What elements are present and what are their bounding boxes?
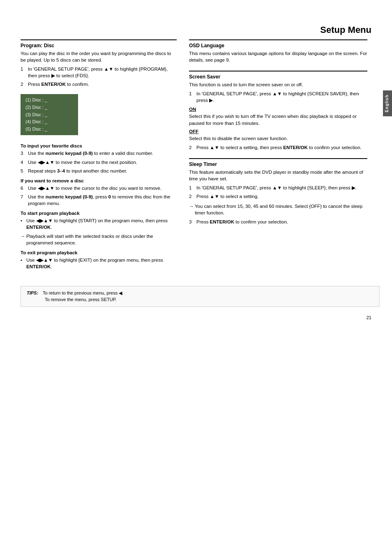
remove-steps: 6 Use ◀▶▲▼ to move the cursor to the dis… — [21, 185, 177, 207]
start-playback-arrow: Playback will start with the selected tr… — [21, 233, 177, 246]
sleep-timer-divider — [189, 158, 367, 159]
sleep-timer-steps: 1 In 'GENERAL SETUP PAGE', press ▲▼ to h… — [189, 184, 367, 200]
right-column: OSD Language This menu contains various … — [189, 39, 380, 278]
english-tab: English — [383, 90, 392, 116]
program-disc-section: Program: Disc You can play the disc in t… — [21, 39, 177, 270]
disc-list-item-1: (1) Disc : _ — [25, 97, 73, 104]
left-column: Program: Disc You can play the disc in t… — [21, 39, 177, 278]
exit-playback-bullet-1: Use ◀▶▲▼ to highlight {EXIT} on the prog… — [21, 257, 177, 270]
exit-playback-bullets: Use ◀▶▲▼ to highlight {EXIT} on the prog… — [21, 257, 177, 270]
page-header: Setup Menu — [0, 25, 392, 35]
step-7: 7 Use the numeric keypad (0-9), press 0 … — [21, 193, 177, 207]
osd-divider — [189, 39, 367, 40]
remove-section-heading: If you want to remove a disc — [21, 178, 177, 183]
screen-saver-title: Screen Saver — [189, 74, 367, 80]
off-text: Select this to disable the screen saver … — [189, 135, 367, 142]
screen-saver-step-2: 2 Press ▲▼ to select a setting, then pre… — [189, 144, 367, 151]
sleep-timer-arrow: You can select from 15, 30, 45 and 60 mi… — [189, 203, 367, 216]
step-4: 4 Use ◀▶▲▼ to move the cursor to the nex… — [21, 159, 177, 166]
step-1: 1 In 'GENERAL SETUP PAGE', press ▲▼ to h… — [21, 66, 177, 79]
sleep-timer-intro: This feature automatically sets the DVD … — [189, 169, 367, 182]
tips-line1: To return to the previous menu, press ◀. — [43, 290, 123, 295]
osd-language-section: OSD Language This menu contains various … — [189, 39, 367, 63]
page-number: 21 — [0, 315, 392, 320]
page: English Setup Menu Program: Disc You can… — [0, 0, 392, 555]
tips-box: TIPS: To return to the previous menu, pr… — [21, 286, 380, 307]
disc-list-item-3: (3) Disc : _ — [25, 111, 73, 119]
sleep-timer-section: Sleep Timer This feature automatically s… — [189, 158, 367, 226]
tips-line2: To remove the menu, press SETUP. — [45, 297, 117, 302]
screen-saver-divider — [189, 71, 367, 71]
osd-text: This menu contains various language opti… — [189, 50, 367, 63]
on-text: Select this if you wish to turn off the … — [189, 113, 367, 126]
disc-list-item-2: (2) Disc : _ — [25, 104, 73, 111]
input-steps: 3 Use the numeric keypad (0-9) to enter … — [21, 150, 177, 174]
disc-list-box: (1) Disc : _ (2) Disc : _ (3) Disc : _ (… — [21, 94, 78, 135]
start-playback-heading: To start program playback — [21, 211, 177, 216]
page-title: Setup Menu — [320, 25, 371, 35]
screen-saver-section: Screen Saver This function is used to tu… — [189, 71, 367, 151]
off-heading: OFF — [189, 129, 367, 134]
screen-saver-step-1: 1 In 'GENERAL SETUP PAGE', press ▲▼ to h… — [189, 90, 367, 104]
program-disc-intro: You can play the disc in the order you w… — [21, 50, 177, 63]
program-disc-title: Program: Disc — [21, 43, 177, 48]
start-playback-bullet-1: Use ◀▶▲▼ to highlight {START} on the pro… — [21, 217, 177, 230]
input-section-heading: To input your favorite discs — [21, 143, 177, 148]
start-playback-bullets: Use ◀▶▲▼ to highlight {START} on the pro… — [21, 217, 177, 230]
step-6: 6 Use ◀▶▲▼ to move the cursor to the dis… — [21, 185, 177, 191]
sleep-timer-step-2: 2 Press ▲▼ to select a setting. — [189, 193, 367, 200]
sleep-timer-title: Sleep Timer — [189, 161, 367, 167]
screen-saver-step2-list: 2 Press ▲▼ to select a setting, then pre… — [189, 144, 367, 151]
sleep-timer-step-1: 1 In 'GENERAL SETUP PAGE', press ▲▼ to h… — [189, 184, 367, 191]
sleep-timer-step3-list: 3 Press ENTER/OK to confirm your selecti… — [189, 219, 367, 225]
main-content: Program: Disc You can play the disc in t… — [0, 39, 392, 278]
exit-playback-heading: To exit program playback — [21, 250, 177, 255]
step-3: 3 Use the numeric keypad (0-9) to enter … — [21, 150, 177, 157]
program-disc-steps: 1 In 'GENERAL SETUP PAGE', press ▲▼ to h… — [21, 66, 177, 88]
on-heading: ON — [189, 107, 367, 112]
section-divider — [21, 39, 177, 40]
screen-saver-steps: 1 In 'GENERAL SETUP PAGE', press ▲▼ to h… — [189, 90, 367, 104]
disc-list-item-4: (4) Disc : _ — [25, 118, 73, 126]
screen-saver-intro: This function is used to turn the screen… — [189, 81, 367, 88]
disc-list-item-5: (5) Disc : _ — [25, 126, 73, 133]
step-5: 5 Repeat steps 3–4 to input another disc… — [21, 168, 177, 174]
sleep-timer-step-3: 3 Press ENTER/OK to confirm your selecti… — [189, 219, 367, 225]
step-2: 2 Press ENTER/OK to confirm. — [21, 81, 177, 88]
tips-label: TIPS: — [27, 290, 38, 295]
osd-title: OSD Language — [189, 43, 367, 48]
